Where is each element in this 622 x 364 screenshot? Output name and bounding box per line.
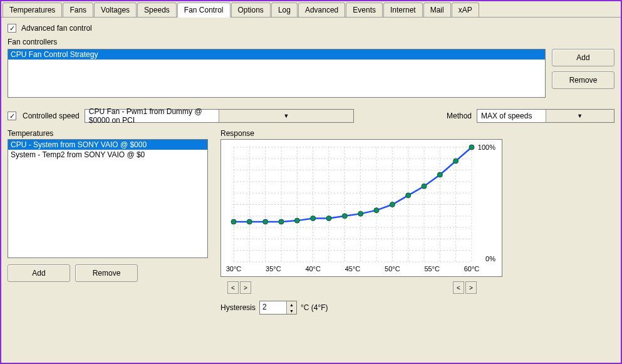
tab-mail[interactable]: Mail [423, 3, 451, 17]
x-max-nav: < > [453, 281, 477, 294]
x-min-decrease-button[interactable]: < [227, 281, 239, 294]
tab-voltages[interactable]: Voltages [94, 3, 137, 17]
svg-point-43 [374, 208, 379, 213]
advanced-fan-label: Advanced fan control [20, 24, 92, 33]
svg-point-37 [279, 219, 284, 224]
svg-point-49 [469, 145, 474, 150]
fan-controllers-list[interactable]: CPU Fan Control Strategy [8, 49, 546, 98]
controlled-speed-value: CPU Fan - Pwm1 from Dummy @ $0000 on PCI [85, 107, 219, 125]
temperatures-label: Temperatures [8, 129, 208, 138]
x-min-nav: < > [227, 281, 251, 294]
hysteresis-stepper[interactable]: 2 ▲ ▼ [259, 301, 297, 315]
list-item[interactable]: CPU Fan Control Strategy [8, 49, 545, 60]
list-item[interactable]: System - Temp2 from SONY VAIO @ $0 [8, 150, 207, 160]
y-min-label: 0% [485, 255, 495, 263]
svg-text:60°C: 60°C [464, 265, 480, 273]
response-chart: 30°C35°C40°C45°C50°C55°C60°C 100% 0% < >… [220, 139, 502, 277]
x-max-increase-button[interactable]: > [465, 281, 477, 294]
svg-point-47 [437, 172, 442, 177]
fan-control-panel: ✓ Advanced fan control Fan controllers C… [1, 18, 621, 363]
svg-text:50°C: 50°C [385, 265, 400, 273]
svg-point-41 [342, 214, 347, 219]
tab-speeds[interactable]: Speeds [137, 3, 177, 17]
tab-fans[interactable]: Fans [63, 3, 93, 17]
remove-controller-button[interactable]: Remove [552, 71, 614, 89]
x-max-decrease-button[interactable]: < [453, 281, 464, 294]
hysteresis-down-button[interactable]: ▼ [287, 308, 296, 314]
svg-point-46 [422, 184, 427, 189]
svg-point-40 [326, 216, 331, 221]
tab-temperatures[interactable]: Temperatures [3, 3, 62, 17]
svg-point-35 [247, 219, 252, 224]
svg-text:45°C: 45°C [345, 265, 361, 273]
controlled-speed-label: Controlled speed [21, 112, 80, 120]
x-min-increase-button[interactable]: > [240, 281, 251, 294]
svg-point-34 [231, 219, 236, 224]
svg-text:55°C: 55°C [424, 265, 440, 273]
list-item[interactable]: CPU - System from SONY VAIO @ $000 [8, 140, 207, 150]
tab-advanced[interactable]: Advanced [298, 3, 345, 17]
svg-point-39 [311, 216, 316, 221]
temperatures-list[interactable]: CPU - System from SONY VAIO @ $000System… [8, 139, 208, 258]
method-label: Method [447, 112, 472, 120]
method-select[interactable]: MAX of speeds ▼ [477, 109, 614, 123]
tab-events[interactable]: Events [346, 3, 383, 17]
tabs-bar: TemperaturesFansVoltagesSpeedsFan Contro… [1, 1, 621, 18]
svg-text:40°C: 40°C [305, 265, 321, 273]
svg-point-42 [358, 211, 363, 216]
hysteresis-label: Hysteresis [220, 303, 256, 312]
controlled-speed-checkbox[interactable]: ✓ [8, 112, 16, 120]
tab-options[interactable]: Options [231, 3, 271, 17]
svg-point-45 [406, 193, 411, 198]
svg-point-38 [294, 218, 299, 223]
fan-controllers-label: Fan controllers [8, 38, 614, 46]
chevron-down-icon: ▼ [546, 110, 614, 122]
hysteresis-value: 2 [260, 301, 286, 314]
remove-temperature-button[interactable]: Remove [75, 264, 138, 282]
svg-text:35°C: 35°C [266, 265, 281, 273]
controlled-speed-select[interactable]: CPU Fan - Pwm1 from Dummy @ $0000 on PCI… [85, 109, 354, 123]
add-temperature-button[interactable]: Add [8, 264, 70, 282]
tab-xap[interactable]: xAP [452, 3, 479, 17]
chevron-down-icon: ▼ [219, 110, 353, 122]
method-value: MAX of speeds [477, 112, 546, 120]
tab-log[interactable]: Log [271, 3, 298, 17]
y-max-label: 100% [478, 143, 495, 151]
response-label: Response [220, 129, 614, 138]
add-controller-button[interactable]: Add [552, 49, 614, 66]
svg-point-48 [454, 159, 459, 164]
svg-text:30°C: 30°C [226, 265, 242, 273]
hysteresis-up-button[interactable]: ▲ [287, 301, 296, 308]
tab-internet[interactable]: Internet [383, 3, 423, 17]
tab-fan-control[interactable]: Fan Control [177, 3, 231, 18]
hysteresis-unit: °C (4°F) [301, 303, 328, 312]
svg-point-44 [390, 202, 395, 207]
advanced-fan-checkbox[interactable]: ✓ [8, 24, 16, 33]
svg-point-36 [263, 219, 268, 224]
